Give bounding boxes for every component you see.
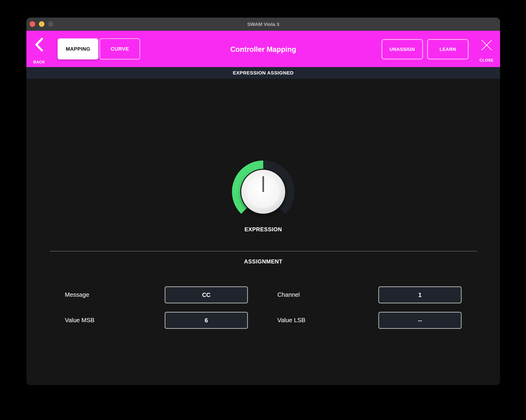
value-msb-field[interactable]: 6 [165, 312, 248, 329]
controller-mapping-header: BACK MAPPING CURVE Controller Mapping UN… [26, 31, 500, 67]
close-x-icon [481, 39, 493, 52]
close-label: CLOSE [479, 58, 494, 63]
value-msb-value: 6 [205, 317, 208, 324]
channel-value: 1 [418, 292, 422, 298]
knob-label: EXPRESSION [26, 226, 500, 233]
channel-field[interactable]: 1 [379, 287, 461, 303]
value-msb-label: Value MSB [65, 317, 94, 324]
learn-button[interactable]: LEARN [427, 39, 468, 59]
close-button[interactable]: CLOSE [478, 39, 495, 63]
message-value: CC [202, 292, 211, 298]
value-lsb-field[interactable]: -- [379, 312, 461, 329]
expression-knob[interactable] [229, 157, 298, 226]
section-divider [50, 251, 477, 251]
back-label: BACK [33, 60, 45, 65]
screen: SWAM Viola 3 BACK MAPPING CURVE Controll… [0, 0, 526, 420]
value-lsb-value: -- [418, 317, 422, 324]
titlebar: SWAM Viola 3 [26, 18, 500, 31]
unassign-label: UNASSIGN [390, 47, 415, 52]
status-bar: EXPRESSION ASSIGNED [26, 67, 500, 79]
app-window: SWAM Viola 3 BACK MAPPING CURVE Controll… [26, 18, 500, 385]
message-field[interactable]: CC [165, 287, 248, 303]
channel-label: Channel [277, 291, 300, 298]
status-text: EXPRESSION ASSIGNED [233, 70, 294, 76]
message-label: Message [65, 291, 89, 298]
main-content: EXPRESSION ASSIGNMENT Message CC Channel… [26, 79, 500, 385]
learn-label: LEARN [440, 47, 456, 52]
value-lsb-label: Value LSB [277, 317, 305, 324]
window-title: SWAM Viola 3 [26, 18, 500, 31]
unassign-button[interactable]: UNASSIGN [382, 39, 423, 59]
assignment-heading: ASSIGNMENT [26, 258, 500, 265]
